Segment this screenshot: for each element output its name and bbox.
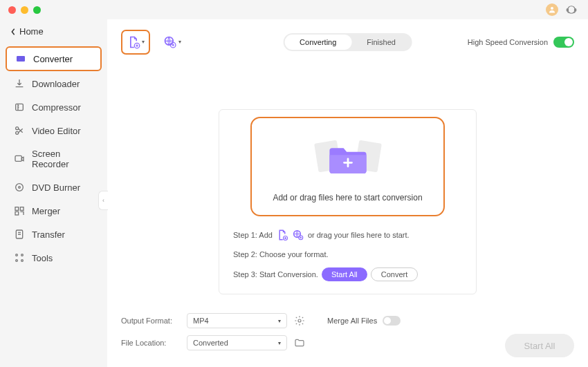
output-format-label: Output Format:	[121, 317, 180, 325]
add-url-icon	[292, 229, 304, 241]
recorder-icon	[14, 153, 25, 164]
drop-zone[interactable]: Add or drag files here to start conversi…	[250, 117, 445, 216]
add-file-button[interactable]: ▾	[121, 30, 150, 55]
sidebar-item-screen-recorder[interactable]: Screen Recorder	[6, 143, 102, 175]
tools-icon	[14, 252, 25, 263]
sidebar-item-label: Compressor	[32, 102, 81, 113]
svg-rect-5	[16, 104, 24, 110]
transfer-icon	[14, 229, 25, 240]
sidebar-item-compressor[interactable]: Compressor	[6, 96, 102, 118]
sidebar-item-downloader[interactable]: Downloader	[6, 73, 102, 95]
svg-rect-11	[15, 207, 19, 211]
step-3: Step 3: Start Conversion. Start All Conv…	[233, 267, 462, 281]
sidebar-item-label: Merger	[32, 206, 60, 216]
minimize-window[interactable]	[21, 6, 28, 14]
folder-illustration	[259, 131, 437, 183]
user-avatar[interactable]	[546, 3, 558, 16]
output-settings-icon[interactable]	[294, 315, 305, 326]
open-folder-icon[interactable]	[294, 337, 305, 348]
chevron-down-icon: ▾	[142, 39, 145, 45]
sidebar-item-tools[interactable]: Tools	[6, 247, 102, 269]
sidebar-item-label: Downloader	[32, 79, 80, 89]
status-tabs: Converting Finished	[283, 33, 412, 51]
svg-point-16	[21, 254, 24, 256]
merger-icon	[14, 205, 25, 216]
svg-point-1	[568, 6, 576, 14]
speed-label: High Speed Conversion	[468, 38, 548, 46]
sidebar-item-converter[interactable]: Converter	[6, 46, 102, 71]
chevron-left-icon: ‹	[102, 197, 104, 204]
sidebar-item-label: Screen Recorder	[32, 149, 93, 169]
tab-finished[interactable]: Finished	[351, 35, 411, 50]
compressor-icon	[14, 102, 25, 113]
editor-icon	[14, 125, 25, 136]
add-file-icon	[276, 229, 288, 241]
svg-point-10	[19, 187, 21, 189]
window-controls	[8, 6, 41, 14]
tab-converting[interactable]: Converting	[284, 35, 351, 50]
sidebar-item-label: DVD Burner	[32, 182, 80, 193]
chevron-left-icon	[10, 28, 16, 35]
back-nav[interactable]: Home	[0, 26, 107, 45]
step-1: Step 1: Add or drag your files here to s…	[233, 229, 462, 241]
drop-zone-text: Add or drag files here to start conversi…	[259, 193, 437, 203]
svg-point-6	[16, 127, 19, 130]
sidebar-item-label: Tools	[32, 253, 53, 263]
back-label: Home	[19, 26, 44, 37]
burner-icon	[14, 182, 25, 193]
file-location-select[interactable]: Converted ▾	[187, 335, 287, 350]
maximize-window[interactable]	[33, 6, 41, 14]
downloader-icon	[14, 78, 25, 89]
speed-toggle[interactable]	[553, 37, 574, 48]
start-all-button[interactable]: Start All	[505, 334, 574, 357]
merge-label: Merge All Files	[327, 317, 377, 325]
svg-rect-2	[567, 9, 568, 12]
chevron-down-icon: ▾	[278, 318, 281, 324]
add-url-button[interactable]: ▾	[158, 30, 186, 55]
title-bar	[0, 0, 588, 19]
convert-hint-button[interactable]: Convert	[371, 267, 419, 281]
sidebar: Home Converter Downloader Compressor Vi	[0, 19, 107, 367]
svg-point-15	[16, 254, 18, 256]
svg-point-7	[16, 131, 19, 134]
step-2: Step 2: Choose your format.	[233, 250, 462, 258]
svg-rect-3	[575, 9, 576, 12]
sidebar-item-transfer[interactable]: Transfer	[6, 223, 102, 245]
chevron-down-icon: ▾	[178, 39, 181, 45]
chevron-down-icon: ▾	[278, 340, 281, 346]
sidebar-item-label: Video Editor	[32, 126, 81, 136]
svg-rect-8	[15, 156, 21, 161]
support-icon[interactable]	[565, 3, 578, 16]
svg-rect-12	[20, 207, 24, 211]
collapse-sidebar[interactable]: ‹	[98, 191, 108, 210]
svg-point-18	[21, 260, 24, 262]
svg-point-0	[551, 7, 553, 10]
file-location-label: File Location:	[121, 339, 180, 347]
sidebar-item-label: Converter	[33, 54, 73, 64]
sidebar-item-merger[interactable]: Merger	[6, 200, 102, 222]
sidebar-item-video-editor[interactable]: Video Editor	[6, 120, 102, 142]
svg-point-27	[298, 319, 301, 322]
start-all-hint-button[interactable]: Start All	[322, 267, 367, 281]
sidebar-item-label: Transfer	[32, 229, 65, 240]
drop-panel: Add or drag files here to start conversi…	[219, 109, 477, 294]
merge-toggle[interactable]	[383, 316, 401, 326]
svg-point-17	[16, 260, 18, 262]
sidebar-item-dvd-burner[interactable]: DVD Burner	[6, 176, 102, 198]
output-format-select[interactable]: MP4 ▾	[187, 313, 287, 328]
converter-icon	[15, 53, 26, 64]
main-content: ▾ ▾ Converting Finished High Speed Conve…	[107, 19, 588, 367]
svg-rect-13	[15, 211, 19, 215]
svg-point-9	[16, 184, 24, 191]
close-window[interactable]	[8, 6, 16, 14]
